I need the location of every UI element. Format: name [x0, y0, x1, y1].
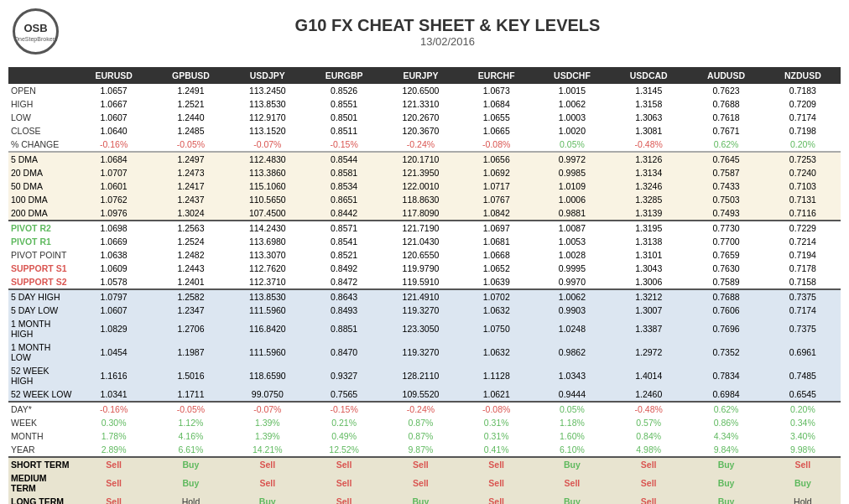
cell-value: 0.7730	[687, 221, 764, 235]
table-row: 5 DAY HIGH1.07971.2582113.85300.8643121.…	[8, 290, 841, 304]
cell-value: 0.7700	[687, 235, 764, 248]
cell-value: 121.0430	[383, 235, 458, 248]
cell-value: 1.3387	[610, 317, 687, 340]
cell-value: -0.05%	[152, 403, 229, 416]
cell-value: 0.8851	[305, 317, 383, 340]
table-row: PIVOT R11.06691.2524113.69800.8541121.04…	[8, 235, 841, 248]
cell-value: 1.0656	[459, 153, 534, 166]
cell-value: 0.49%	[305, 429, 383, 443]
cell-value: 1.0632	[459, 340, 534, 364]
cell-value: 0.8470	[305, 340, 383, 364]
cell-value: 1.0657	[76, 84, 152, 97]
cell-value: 0.7183	[765, 84, 841, 97]
cell-value: 6.61%	[152, 443, 229, 457]
cell-value: 2.89%	[76, 443, 152, 457]
cell-value: 9.87%	[383, 443, 458, 457]
cell-value: 113.1520	[230, 124, 305, 138]
cell-value: 1.3134	[610, 166, 687, 179]
cell-value: 1.2485	[152, 124, 229, 138]
logo-osb: OSB	[23, 22, 47, 34]
cell-value: 0.9985	[534, 166, 610, 179]
logo: OSB OneStepBrokers	[13, 8, 59, 55]
cell-value: 1.0668	[459, 248, 534, 262]
cell-value: 0.7587	[687, 166, 764, 179]
cell-value: 1.0767	[459, 193, 534, 206]
signal-cell: Buy	[230, 495, 305, 504]
table-row: 52 WEEK HIGH1.16161.5016118.65900.932712…	[8, 364, 841, 387]
cell-value: 0.8526	[305, 84, 383, 97]
col-nzdusd: NZDUSD	[765, 67, 841, 84]
cell-value: 0.7253	[765, 153, 841, 166]
cell-value: 0.6545	[765, 387, 841, 402]
cell-value: 0.62%	[687, 403, 764, 416]
cell-value: 14.21%	[230, 443, 305, 457]
cell-value: 9.84%	[687, 443, 764, 457]
cell-value: 1.1711	[152, 387, 229, 402]
main-title: G10 FX CHEAT SHEET & KEY LEVELS	[59, 16, 836, 35]
cell-value: 0.8643	[305, 290, 383, 304]
cell-value: 1.5016	[152, 364, 229, 387]
cell-value: 4.16%	[152, 429, 229, 443]
signal-cell: Buy	[152, 458, 229, 471]
col-usdchf: USDCHF	[534, 67, 610, 84]
cell-value: 1.0717	[459, 179, 534, 193]
cell-value: 0.7688	[687, 97, 764, 111]
cell-value: 1.0632	[459, 304, 534, 317]
cell-value: 1.0454	[76, 340, 152, 364]
logo-subtitle: OneStepBrokers	[14, 36, 58, 42]
signal-cell: Sell	[459, 495, 534, 504]
cell-value: 1.0109	[534, 179, 610, 193]
cell-value: 1.3246	[610, 179, 687, 193]
cell-value: 0.7174	[765, 304, 841, 317]
cell-value: 120.2670	[383, 111, 458, 124]
signal-cell: Sell	[76, 458, 152, 471]
table-row: % CHANGE-0.16%-0.05%-0.07%-0.15%-0.24%-0…	[8, 138, 841, 152]
cell-value: 0.57%	[610, 416, 687, 429]
cell-value: 119.3270	[383, 340, 458, 364]
signal-cell: Buy	[687, 458, 764, 471]
cell-value: 1.39%	[230, 416, 305, 429]
cell-value: 1.1128	[459, 364, 534, 387]
cell-value: 0.7630	[687, 262, 764, 275]
cell-value: 0.8581	[305, 166, 383, 179]
cell-value: 0.62%	[687, 138, 764, 152]
cell-value: 1.1987	[152, 340, 229, 364]
cell-value: 120.6550	[383, 248, 458, 262]
cell-value: 1.2443	[152, 262, 229, 275]
cell-value: 1.2440	[152, 111, 229, 124]
cell-value: 0.8521	[305, 248, 383, 262]
cell-value: 1.12%	[152, 416, 229, 429]
cell-value: 1.2347	[152, 304, 229, 317]
cell-value: 1.0003	[534, 111, 610, 124]
row-label: 1 MONTH HIGH	[8, 317, 76, 340]
signal-cell: Buy	[534, 458, 610, 471]
cell-value: 128.2110	[383, 364, 458, 387]
cell-value: -0.24%	[383, 138, 458, 152]
cell-value: -0.15%	[305, 138, 383, 152]
cell-value: 4.98%	[610, 443, 687, 457]
cell-value: 1.3101	[610, 248, 687, 262]
cell-value: 109.5520	[383, 387, 458, 402]
signal-cell: Sell	[230, 458, 305, 471]
cell-value: -0.48%	[610, 403, 687, 416]
cell-value: 1.3006	[610, 275, 687, 289]
cell-value: 1.0607	[76, 304, 152, 317]
cell-value: 0.05%	[534, 403, 610, 416]
cell-value: 0.7158	[765, 275, 841, 289]
cell-value: 1.3024	[152, 206, 229, 221]
col-eurchf: EURCHF	[459, 67, 534, 84]
cell-value: 114.2430	[230, 221, 305, 235]
cell-value: 113.3860	[230, 166, 305, 179]
signal-cell: Buy	[534, 495, 610, 504]
table-row: WEEK0.30%1.12%1.39%0.21%0.87%0.31%1.18%0…	[8, 416, 841, 429]
cell-value: 0.7240	[765, 166, 841, 179]
row-label: 20 DMA	[8, 166, 76, 179]
cell-value: -0.07%	[230, 403, 305, 416]
cell-value: 112.3710	[230, 275, 305, 289]
cell-value: 1.3195	[610, 221, 687, 235]
table-row: LOW1.06071.2440112.91700.8501120.26701.0…	[8, 111, 841, 124]
cell-value: 0.7131	[765, 193, 841, 206]
row-label: 5 DAY LOW	[8, 304, 76, 317]
cell-value: 0.8472	[305, 275, 383, 289]
cell-value: 0.7623	[687, 84, 764, 97]
